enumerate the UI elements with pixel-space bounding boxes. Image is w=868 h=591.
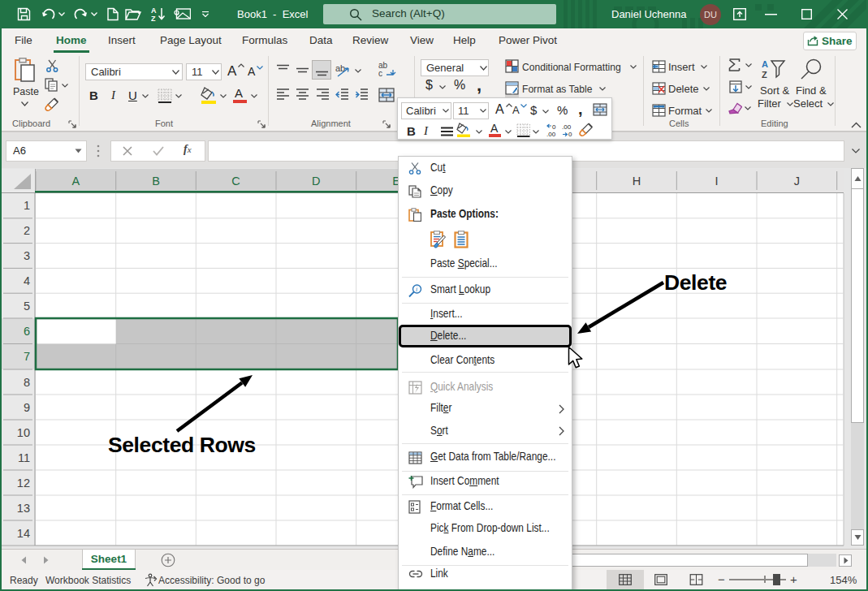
svg-text:i: i: [416, 286, 417, 293]
svg-text:10: 10: [17, 426, 30, 439]
svg-text:9: 9: [24, 401, 30, 414]
svg-text:6: 6: [24, 325, 30, 338]
svg-text:0: 0: [552, 123, 556, 131]
svg-text:14: 14: [17, 527, 30, 540]
svg-text:.00: .00: [562, 123, 572, 131]
svg-text:8: 8: [24, 376, 30, 389]
svg-text:.00: .00: [546, 131, 556, 137]
svg-text:C: C: [231, 175, 240, 188]
svg-text:J: J: [794, 175, 800, 188]
svg-text:1: 1: [24, 199, 30, 212]
svg-text:3: 3: [24, 249, 30, 262]
svg-text:B: B: [152, 175, 160, 188]
svg-text:4: 4: [24, 274, 30, 287]
svg-text:A: A: [151, 6, 157, 15]
svg-text:A: A: [71, 175, 80, 188]
svg-text:12: 12: [17, 477, 30, 490]
svg-text:Z: Z: [762, 70, 767, 79]
svg-text:5: 5: [24, 300, 30, 313]
svg-text:2: 2: [24, 224, 30, 237]
svg-text:A: A: [762, 59, 768, 69]
svg-text:11: 11: [18, 451, 30, 464]
svg-text:D: D: [312, 175, 320, 188]
svg-text:H: H: [633, 175, 641, 188]
svg-text:I: I: [715, 175, 719, 188]
svg-text:0: 0: [568, 131, 572, 137]
svg-text:13: 13: [17, 502, 30, 515]
svg-text:Z: Z: [151, 15, 156, 22]
svg-text:7: 7: [24, 350, 30, 363]
svg-text:c: c: [378, 69, 382, 78]
